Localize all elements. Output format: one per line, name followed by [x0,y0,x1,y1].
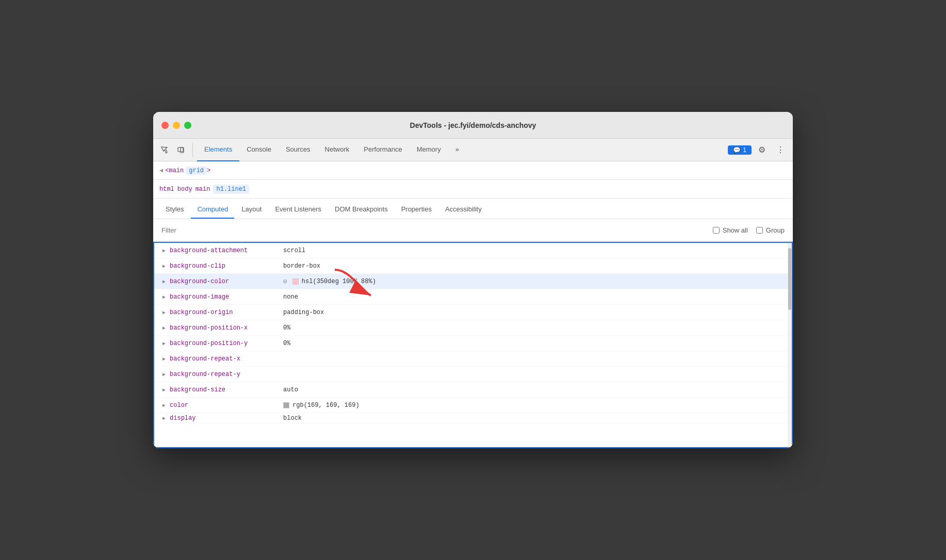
filter-input[interactable] [161,226,713,234]
prop-row-display[interactable]: ▶ display block [154,413,792,423]
sub-tab-properties[interactable]: Properties [395,200,438,219]
expand-icon: ▶ [162,325,166,331]
expand-icon: ▶ [162,248,166,254]
color-swatch[interactable] [292,278,299,285]
breadcrumb-tag: <main [165,167,184,174]
prop-value: padding-box [283,309,324,316]
prop-row-background-repeat-x[interactable]: ▶ background-repeat-x [154,351,792,367]
prop-name: background-attachment [170,247,283,254]
title-bar: DevTools - jec.fyi/demo/cds-anchovy [153,112,793,139]
prop-row-background-image[interactable]: ▶ background-image none [154,289,792,305]
devtools-window: DevTools - jec.fyi/demo/cds-anchovy Elem… [153,112,793,448]
traffic-lights [161,122,191,129]
element-path: html body main h1.line1 [153,180,793,199]
chat-badge[interactable]: 💬 1 [728,145,752,155]
close-button[interactable] [161,122,169,129]
breadcrumb-tag-close: > [207,167,210,174]
breadcrumb-arrow: ◀ [159,167,163,174]
filter-options: Show all Group [713,226,785,234]
prop-name: background-position-y [170,340,283,347]
tab-icons [157,143,193,157]
sub-tab-dom-breakpoints[interactable]: DOM Breakpoints [329,200,394,219]
expand-icon: ▶ [162,263,166,269]
breadcrumb-attr[interactable]: grid [186,167,207,175]
prop-row-background-color[interactable]: ▶ background-color ⊙ hsl(350deg 100% 88%… [154,274,792,289]
sub-tabs: Styles Computed Layout Event Listeners D… [153,199,793,219]
expand-icon: ▶ [162,371,166,377]
properties-panel: ▶ background-attachment scroll ▶ backgro… [153,242,793,448]
prop-name: display [170,415,283,422]
prop-row-background-origin[interactable]: ▶ background-origin padding-box [154,305,792,320]
scrollbar[interactable] [788,243,792,447]
expand-icon: ▶ [162,309,166,316]
tab-console[interactable]: Console [239,139,279,161]
prop-name: background-color [170,278,283,285]
tab-sources[interactable]: Sources [279,139,318,161]
path-item-body[interactable]: body [177,186,192,193]
expand-icon: ▶ [162,387,166,393]
prop-row-background-position-y[interactable]: ▶ background-position-y 0% [154,336,792,351]
color-swatch[interactable] [283,402,289,408]
path-item-main[interactable]: main [195,186,210,193]
expand-icon: ▶ [162,415,166,421]
prop-name: background-repeat-y [170,371,283,378]
prop-row-background-clip[interactable]: ▶ background-clip border-box [154,258,792,274]
prop-name: background-repeat-x [170,355,283,363]
tabs-right: 💬 1 ⚙ ⋮ [728,142,789,158]
tab-memory[interactable]: Memory [410,139,448,161]
expand-icon: ▶ [162,356,166,362]
prop-name: background-clip [170,262,283,270]
prop-name: background-origin [170,309,283,316]
prop-value: 0% [283,324,290,332]
filter-bar: Show all Group [153,219,793,242]
show-all-checkbox-label[interactable]: Show all [713,226,748,234]
path-item-h1line1[interactable]: h1.line1 [213,185,249,194]
scrollbar-thumb[interactable] [788,248,791,310]
prop-name: background-size [170,386,283,393]
sub-tab-event-listeners[interactable]: Event Listeners [269,200,328,219]
group-checkbox[interactable] [756,227,763,234]
prop-row-background-repeat-y[interactable]: ▶ background-repeat-y [154,367,792,382]
device-toolbar-icon[interactable] [174,143,188,157]
prop-value: rgb(169, 169, 169) [283,402,360,409]
prop-name: background-image [170,293,283,301]
tab-network[interactable]: Network [318,139,357,161]
prop-value: 0% [283,340,290,347]
expand-icon: ▶ [162,402,166,408]
prop-value: auto [283,386,298,393]
prop-value: border-box [283,262,320,270]
prop-value: scroll [283,247,305,254]
prop-value: ⊙ hsl(350deg 100% 88%) [283,277,376,286]
group-checkbox-label[interactable]: Group [756,226,785,234]
tab-performance[interactable]: Performance [356,139,409,161]
prop-row-background-attachment[interactable]: ▶ background-attachment scroll [154,243,792,258]
prop-value: block [283,415,302,422]
tab-elements[interactable]: Elements [197,139,239,161]
maximize-button[interactable] [184,122,191,129]
expand-icon: ▶ [162,278,166,285]
chat-count: 1 [743,146,746,154]
window-title: DevTools - jec.fyi/demo/cds-anchovy [410,121,536,129]
sub-tab-layout[interactable]: Layout [235,200,268,219]
prop-row-background-position-x[interactable]: ▶ background-position-x 0% [154,320,792,336]
dom-breadcrumb-bar: ◀ <main grid > [153,161,793,180]
expand-icon: ▶ [162,294,166,300]
inherit-icon: ⊙ [283,277,287,286]
settings-icon[interactable]: ⚙ [754,142,770,158]
prop-row-color[interactable]: ▶ color rgb(169, 169, 169) [154,398,792,413]
element-picker-icon[interactable] [157,143,172,157]
tab-more[interactable]: » [448,139,466,161]
prop-row-background-size[interactable]: ▶ background-size auto [154,382,792,398]
prop-name: background-position-x [170,324,283,332]
show-all-checkbox[interactable] [713,227,720,234]
path-item-html[interactable]: html [159,186,174,193]
prop-value: none [283,293,298,301]
sub-tab-accessibility[interactable]: Accessibility [439,200,488,219]
prop-name: color [170,402,283,409]
sub-tab-computed[interactable]: Computed [191,200,234,219]
sub-tab-styles[interactable]: Styles [159,200,190,219]
devtools-tabs: Elements Console Sources Network Perform… [153,139,793,161]
chat-icon: 💬 [733,146,741,154]
more-options-icon[interactable]: ⋮ [772,142,789,158]
minimize-button[interactable] [173,122,180,129]
